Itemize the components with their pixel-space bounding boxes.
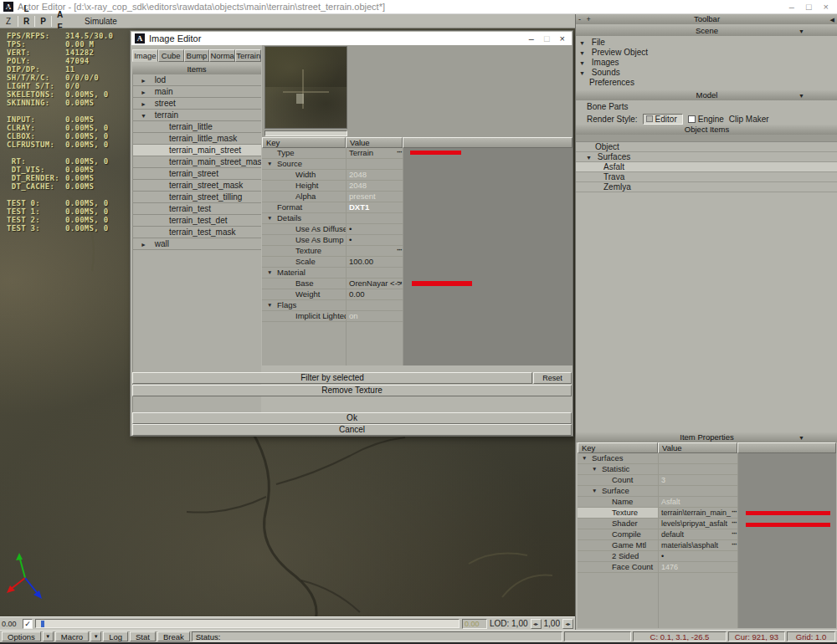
expand-triangle-icon[interactable]: ▼ <box>592 486 602 496</box>
key-column-header[interactable]: Key <box>578 442 658 453</box>
tab[interactable]: Normal <box>209 49 235 62</box>
lod-spinner-1[interactable]: ◂▸ <box>531 619 542 629</box>
texture-tree-item[interactable]: ► ▼ terrain_little_mask <box>133 133 261 145</box>
property-row[interactable]: ▼Base OrenNayar <->··· <box>262 279 403 289</box>
panel-dock-arrow-icon[interactable]: ◀ <box>830 15 834 25</box>
dialog-titlebar[interactable]: A Image Editor – □ × <box>131 32 572 45</box>
expand-arrow-icon[interactable]: ▼ <box>579 49 589 59</box>
property-row[interactable]: ▼Surfaces ··· <box>578 453 737 464</box>
tab[interactable]: Bump <box>184 49 210 62</box>
collapse-arrow-icon[interactable]: ► <box>141 239 152 250</box>
property-row[interactable]: ▼Flags ··· <box>262 300 403 311</box>
scene-section-header[interactable]: Scene ▼ <box>576 26 837 36</box>
property-row[interactable]: ▼Face Count 1476··· <box>578 562 737 573</box>
close-button[interactable]: × <box>824 2 829 12</box>
texture-preview-thumbnail[interactable] <box>264 46 347 129</box>
scene-menu-item[interactable]: ▼ Images <box>576 58 837 68</box>
editor-render-toggle[interactable]: Editor <box>643 114 683 125</box>
ellipsis-button[interactable]: ··· <box>397 279 402 288</box>
collapse-arrow-icon[interactable]: ► <box>141 75 152 86</box>
property-row[interactable]: ▼Weight 0.00··· <box>262 289 403 300</box>
ellipsis-button[interactable]: ··· <box>397 246 402 255</box>
dialog-maximize-button[interactable]: □ <box>544 33 550 43</box>
item-properties-header[interactable]: Item Properties ▼ <box>576 432 837 442</box>
view-button[interactable]: R <box>21 15 32 28</box>
collapse-arrow-icon[interactable]: ► <box>141 99 152 110</box>
cancel-button[interactable]: Cancel <box>132 424 572 436</box>
filter-by-selected-button[interactable]: Filter by selected <box>132 372 532 384</box>
property-row[interactable]: ▼Height 2048··· <box>262 181 403 192</box>
preview-scrollbar[interactable] <box>264 130 347 136</box>
macro-button[interactable]: Macro <box>55 631 89 641</box>
property-row[interactable]: ▼Details ··· <box>262 213 403 224</box>
options-dropdown-icon[interactable]: ▼ <box>43 631 54 641</box>
key-column-header[interactable]: Key <box>262 137 346 148</box>
property-row[interactable]: ▼Format DXT1··· <box>262 202 403 213</box>
anim-checkbox[interactable]: ✓ <box>23 619 33 629</box>
scene-menu-item[interactable]: ▼ File <box>576 38 837 48</box>
property-row[interactable]: ▼Type Terrain··· <box>262 148 403 159</box>
restore-button[interactable]: □ <box>806 2 812 12</box>
texture-tree-item[interactable]: ► ▼ main <box>133 86 261 98</box>
property-row[interactable]: ▼Compile default··· <box>578 529 737 540</box>
scene-menu-item[interactable]: ▼ Preferences <box>576 78 837 88</box>
expand-triangle-icon[interactable]: ▼ <box>592 464 602 474</box>
ok-button[interactable]: Ok <box>132 412 572 424</box>
expand-arrow-icon[interactable]: ▼ <box>579 69 589 79</box>
texture-tree-item[interactable]: ► ▼ terrain_little <box>133 121 261 133</box>
texture-tree-item[interactable]: ► ▼ terrain_test_det <box>133 215 261 227</box>
axis-z-button[interactable]: Z <box>2 15 15 28</box>
object-item[interactable]: ▼ Surfaces <box>576 152 837 162</box>
ellipsis-button[interactable]: ··· <box>397 148 402 157</box>
model-section-header[interactable]: Model ▼ <box>576 90 837 100</box>
axis-y-button[interactable]: Y <box>2 3 15 15</box>
value-column-header[interactable]: Value <box>346 137 403 148</box>
texture-tree-item[interactable]: ► ▼ terrain_street_tilling <box>133 192 261 203</box>
property-row[interactable]: ▼Width 2048··· <box>262 170 403 181</box>
dialog-close-button[interactable]: × <box>560 33 565 43</box>
property-row[interactable]: ▼Surface ··· <box>578 486 737 497</box>
bone-parts-item[interactable]: Bone Parts <box>587 102 628 111</box>
reset-filter-button[interactable]: Reset Filter <box>533 372 572 384</box>
texture-tree-item[interactable]: ► ▼ street <box>133 98 261 110</box>
ellipsis-button[interactable]: ··· <box>732 508 737 517</box>
property-row[interactable]: ▼2 Sided •··· <box>578 551 737 562</box>
panel-collapse-buttons[interactable]: - + <box>578 14 593 24</box>
expand-triangle-icon[interactable]: ▼ <box>267 213 277 223</box>
object-item[interactable]: ▼ Zemlya <box>576 182 837 192</box>
texture-tree-item[interactable]: ► ▼ terrain_main_street <box>133 145 261 156</box>
value-column-header[interactable]: Value <box>658 442 737 453</box>
simulate-label[interactable]: Simulate <box>85 17 117 26</box>
object-item[interactable]: ▼ Object <box>576 142 837 152</box>
property-row[interactable]: ▼Statistic ··· <box>578 464 737 475</box>
texture-tree-item[interactable]: ► ▼ terrain <box>133 110 261 121</box>
property-row[interactable]: ▼Alpha present··· <box>262 192 403 202</box>
property-row[interactable]: ▼Name Asfalt··· <box>578 497 737 508</box>
view-button[interactable]: L <box>21 3 32 15</box>
slider-thumb[interactable] <box>41 621 44 627</box>
extra-button[interactable]: A <box>54 8 65 21</box>
stat-button[interactable]: Stat <box>130 631 156 641</box>
property-row[interactable]: ▼Use As Diffuse •··· <box>262 224 403 235</box>
ellipsis-button[interactable]: ··· <box>732 519 737 528</box>
options-button[interactable]: Options <box>2 631 41 641</box>
remove-texture-button[interactable]: Remove Texture <box>132 385 572 396</box>
tab[interactable]: Terrain <box>235 49 261 62</box>
property-row[interactable]: ▼Texture ··· <box>262 246 403 257</box>
property-row[interactable]: ▼Implicit Lighted on··· <box>262 311 403 322</box>
break-button[interactable]: Break <box>157 631 190 641</box>
engine-render-toggle[interactable]: Engine <box>688 115 724 124</box>
texture-tree-item[interactable]: ► ▼ terrain_test_mask <box>133 227 261 238</box>
expand-triangle-icon[interactable]: ▼ <box>267 300 277 310</box>
property-row[interactable]: ▼Use As Bump (R2) •··· <box>262 235 403 246</box>
texture-tree-item[interactable]: ► ▼ terrain_test <box>133 203 261 215</box>
property-row[interactable]: ▼Source ··· <box>262 159 403 170</box>
anim-slider[interactable] <box>35 619 460 628</box>
property-row[interactable]: ▼Texture terrain\terrain_main_··· <box>578 508 737 519</box>
lod-spinner-2[interactable]: ◂▸ <box>562 619 573 629</box>
texture-tree-item[interactable]: ► ▼ wall <box>133 238 261 250</box>
texture-tree-item[interactable]: ► ▼ lod <box>133 74 261 86</box>
scene-menu-item[interactable]: ▼ Sounds <box>576 68 837 78</box>
expand-triangle-icon[interactable]: ▼ <box>582 453 592 463</box>
expand-arrow-icon[interactable]: ▼ <box>579 38 589 49</box>
